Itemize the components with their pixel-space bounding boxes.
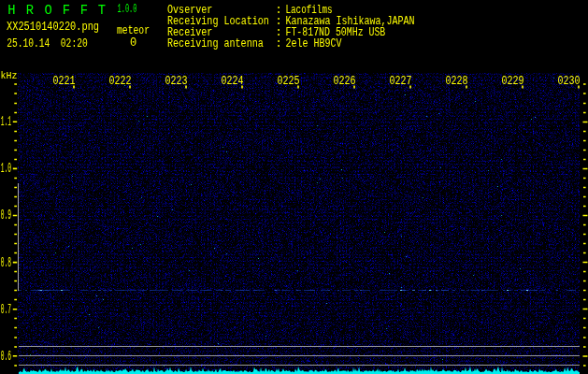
- svg-text:R: R: [26, 4, 34, 18]
- svg-text:25.10.14 02:20: 25.10.14 02:20: [7, 37, 88, 50]
- svg-text:H: H: [7, 4, 15, 18]
- svg-text:0227: 0227: [390, 75, 412, 88]
- svg-text:0226: 0226: [334, 75, 356, 88]
- svg-text:0229: 0229: [502, 75, 524, 88]
- svg-text:F: F: [80, 4, 88, 18]
- svg-text:0228: 0228: [446, 75, 468, 88]
- svg-text:0.7: 0.7: [1, 302, 11, 317]
- svg-text:0225: 0225: [278, 75, 300, 88]
- svg-text:1.0.0: 1.0.0: [118, 3, 137, 16]
- svg-text:1.0: 1.0: [1, 161, 11, 176]
- svg-text:0: 0: [130, 36, 136, 50]
- svg-text:0.9: 0.9: [1, 208, 11, 223]
- svg-text:0223: 0223: [165, 75, 188, 88]
- svg-text:0230: 0230: [558, 75, 581, 88]
- svg-text:2ele HB9CV: 2ele HB9CV: [286, 37, 343, 50]
- svg-text:0224: 0224: [222, 75, 244, 88]
- svg-text:0.6: 0.6: [1, 349, 11, 364]
- svg-text:O: O: [44, 4, 51, 18]
- svg-text:0221: 0221: [53, 75, 76, 88]
- svg-text:0222: 0222: [109, 75, 132, 88]
- svg-text:meteor: meteor: [117, 24, 150, 37]
- svg-text:kHz: kHz: [1, 70, 18, 81]
- svg-text:0.8: 0.8: [1, 255, 11, 270]
- svg-text:T: T: [98, 4, 106, 18]
- svg-text:1.1: 1.1: [1, 114, 11, 129]
- svg-text:Receiving antenna: Receiving antenna: [167, 37, 264, 50]
- svg-text::: :: [276, 37, 282, 50]
- svg-text:XX2510140220.png: XX2510140220.png: [7, 21, 99, 34]
- svg-text:F: F: [63, 4, 70, 18]
